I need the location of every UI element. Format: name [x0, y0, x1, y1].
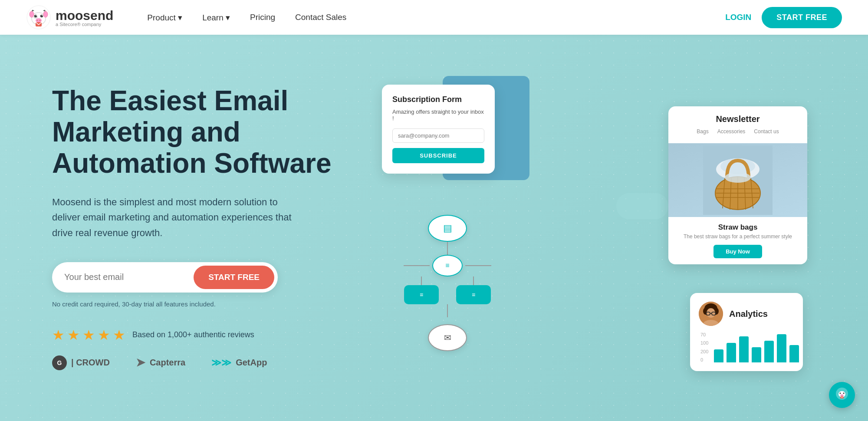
bar-7 — [789, 345, 799, 362]
bar-2 — [727, 343, 736, 362]
navbar: moosend a Sitecore® company Product ▾ Le… — [0, 0, 868, 35]
bar-5 — [764, 341, 774, 362]
flow-line-1 — [447, 242, 448, 255]
reviews-text: Based on 1,000+ authentic reviews — [132, 330, 254, 339]
subscription-card-desc: Amazing offers straight to your inbox ! — [392, 109, 484, 122]
no-cc-text: No credit card required, 30-day trial al… — [52, 300, 356, 308]
newsletter-card: Newsletter Bags Accessories Contact us — [668, 106, 807, 264]
nav-pricing[interactable]: Pricing — [242, 9, 283, 26]
chart-label-70: 70 — [700, 332, 708, 337]
chart-bars — [714, 334, 799, 362]
newsletter-header: Newsletter Bags Accessories Contact us — [668, 106, 807, 143]
svg-point-6 — [34, 15, 37, 17]
nav-links: Product ▾ Learn ▾ Pricing Contact Sales — [139, 9, 725, 26]
analytics-avatar — [699, 302, 723, 326]
chart-labels: 70 100 200 0 — [700, 332, 708, 362]
email-input[interactable] — [64, 272, 194, 282]
star-rating: ★ ★ ★ ★ ★ — [52, 327, 125, 343]
svg-point-7 — [40, 15, 43, 17]
chat-svg — [835, 387, 849, 401]
hero-right: Subscription Form Amazing offers straigh… — [356, 72, 816, 384]
newsletter-nav-accessories[interactable]: Accessories — [717, 128, 746, 135]
bar-6 — [777, 334, 786, 362]
svg-point-8 — [36, 15, 36, 16]
hero-title: The Easiest Email Marketing and Automati… — [52, 86, 356, 179]
start-free-nav-button[interactable]: START FREE — [762, 7, 842, 28]
teal-blob — [616, 193, 668, 219]
logo-text: moosend a Sitecore® company — [56, 8, 113, 27]
chart-label-0: 0 — [700, 357, 708, 362]
logo-subtitle: a Sitecore® company — [56, 22, 113, 27]
badges-row: G | CROWD ➤ Capterra ≫≫ GetApp — [52, 355, 356, 370]
analytics-card: Analytics 70 100 200 0 — [690, 293, 803, 371]
getapp-label: GetApp — [236, 358, 267, 368]
newsletter-nav-contact[interactable]: Contact us — [754, 128, 779, 135]
newsletter-nav: Bags Accessories Contact us — [677, 128, 799, 135]
svg-point-41 — [843, 392, 845, 394]
hero-left: The Easiest Email Marketing and Automati… — [52, 86, 356, 370]
nav-actions: LOGIN START FREE — [725, 7, 842, 28]
automation-flow: ▤ ≡ ≡ — [404, 215, 491, 351]
svg-point-27 — [725, 172, 751, 183]
analytics-title: Analytics — [729, 309, 768, 319]
nav-product[interactable]: Product ▾ — [139, 9, 190, 26]
svg-point-11 — [37, 20, 38, 21]
logo[interactable]: moosend a Sitecore® company — [26, 5, 113, 30]
star-3: ★ — [82, 327, 95, 343]
subscription-card-title: Subscription Form — [392, 95, 484, 104]
g2-icon: G — [52, 355, 67, 370]
newsletter-nav-bags[interactable]: Bags — [697, 128, 708, 135]
svg-point-12 — [39, 20, 41, 21]
hero-description: Moosend is the simplest and most modern … — [52, 194, 304, 240]
newsletter-title: Newsletter — [677, 114, 799, 124]
chat-icon — [835, 387, 849, 404]
g2-label: | CROWD — [71, 358, 110, 368]
logo-name: moosend — [56, 8, 113, 23]
svg-point-2 — [30, 11, 34, 17]
bar-1 — [714, 349, 723, 362]
nav-contact-sales[interactable]: Contact Sales — [287, 9, 354, 26]
stars-row: ★ ★ ★ ★ ★ Based on 1,000+ authentic revi… — [52, 327, 356, 343]
subscribe-button[interactable]: SUBSCRIBE — [392, 148, 484, 163]
start-free-button[interactable]: START FREE — [194, 266, 274, 289]
svg-point-33 — [707, 308, 715, 318]
flow-email-icon: ▤ — [443, 223, 452, 234]
svg-point-40 — [840, 392, 841, 394]
logo-icon — [26, 5, 51, 30]
badge-g2: G | CROWD — [52, 355, 110, 370]
badge-capterra: ➤ Capterra — [136, 356, 185, 369]
flow-branch-left: ≡ — [404, 285, 439, 304]
star-4: ★ — [98, 327, 110, 343]
capterra-icon: ➤ — [136, 356, 145, 369]
avatar-image — [699, 302, 723, 326]
email-form: START FREE — [52, 262, 278, 293]
flow-branch-right: ≡ — [456, 285, 491, 304]
badge-getapp: ≫≫ GetApp — [211, 357, 267, 368]
getapp-icon: ≫≫ — [211, 357, 231, 368]
chat-bubble[interactable] — [829, 382, 855, 408]
chart-label-200: 200 — [700, 349, 708, 354]
star-2: ★ — [67, 327, 80, 343]
bar-3 — [739, 336, 749, 362]
subscription-card: Subscription Form Amazing offers straigh… — [382, 85, 495, 174]
star-5: ★ — [113, 327, 125, 343]
nav-learn[interactable]: Learn ▾ — [194, 9, 238, 26]
buy-now-button[interactable]: Buy Now — [713, 245, 762, 258]
svg-point-43 — [841, 395, 842, 396]
flow-email-node: ▤ — [428, 215, 467, 242]
svg-point-44 — [842, 395, 843, 396]
analytics-top: Analytics — [699, 302, 794, 326]
svg-point-10 — [36, 18, 42, 23]
capterra-label: Capterra — [150, 358, 185, 368]
basket-bag-svg — [703, 145, 773, 215]
flow-middle-node: ≡ — [432, 255, 463, 276]
login-button[interactable]: LOGIN — [725, 13, 751, 22]
subscription-email-input[interactable] — [392, 128, 484, 143]
newsletter-footer: Straw bags The best straw bags for a per… — [668, 217, 807, 264]
product-name: Straw bags — [677, 223, 799, 232]
bar-4 — [752, 347, 761, 362]
product-desc: The best straw bags for a perfect summer… — [677, 234, 799, 240]
flow-send-node: ✉ — [428, 324, 467, 351]
newsletter-product-image — [668, 143, 807, 217]
star-1: ★ — [52, 327, 65, 343]
